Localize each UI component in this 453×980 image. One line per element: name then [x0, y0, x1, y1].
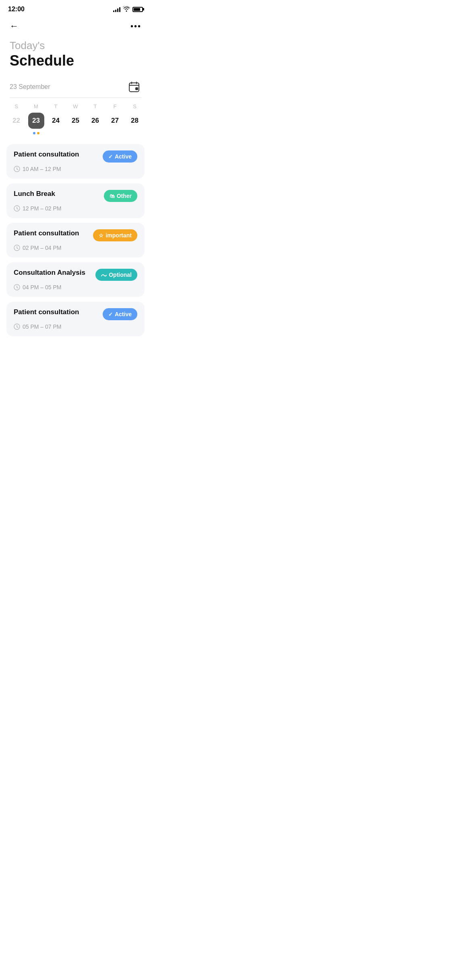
badge-label-1: Active [115, 153, 132, 160]
badge-active-5: ✓ Active [103, 308, 137, 320]
badge-optional-4: Optional [95, 269, 137, 281]
bag-icon: 🛍 [110, 193, 115, 199]
time-label-4: 04 PM – 05 PM [23, 284, 62, 290]
title-main: Schedule [10, 52, 141, 69]
day-letter-s2: S [127, 103, 143, 109]
time-label-5: 05 PM – 07 PM [23, 323, 62, 330]
clock-icon-2 [14, 205, 20, 212]
badge-label-2: Other [117, 193, 132, 199]
card-title-5: Patient consultation [14, 308, 79, 316]
calendar-icon[interactable] [127, 80, 141, 94]
checkmark-icon-1: ✓ [108, 154, 113, 160]
back-button[interactable]: ← [8, 19, 20, 33]
time-label-3: 02 PM – 04 PM [23, 245, 62, 251]
svg-rect-1 [135, 87, 138, 90]
week-dates: 22 23 24 25 26 27 28 [6, 113, 145, 129]
day-24[interactable]: 24 [48, 113, 64, 129]
week-calendar: S M T W T F S 22 23 24 25 26 27 28 [0, 98, 151, 139]
signal-icon [113, 6, 120, 12]
card-title-1: Patient consultation [14, 150, 79, 159]
schedule-card-2[interactable]: Lunch Break 🛍 Other 12 PM – 02 PM [6, 183, 145, 218]
day-22[interactable]: 22 [8, 113, 25, 129]
badge-other-2: 🛍 Other [104, 190, 137, 202]
svg-rect-0 [129, 83, 139, 92]
card-top-3: Patient consultation ☆ important [14, 229, 137, 241]
card-time-5: 05 PM – 07 PM [14, 323, 137, 330]
day-27[interactable]: 27 [107, 113, 123, 129]
badge-label-5: Active [115, 311, 132, 317]
schedule-card-5[interactable]: Patient consultation ✓ Active 05 PM – 07… [6, 302, 145, 336]
time-label-1: 10 AM – 12 PM [23, 166, 61, 172]
status-bar: 12:00 [0, 0, 151, 15]
page-title-section: Today's Schedule [0, 35, 151, 76]
status-icons [113, 6, 143, 13]
card-title-4: Consultation Analysis [14, 269, 85, 277]
header-nav: ← ••• [0, 15, 151, 35]
date-row: 23 September [0, 76, 151, 97]
schedule-card-4[interactable]: Consultation Analysis Optional 04 PM – 0… [6, 262, 145, 297]
day-letter-f: F [107, 103, 123, 109]
badge-label-3: important [105, 232, 132, 239]
card-time-2: 12 PM – 02 PM [14, 205, 137, 212]
schedule-card-3[interactable]: Patient consultation ☆ important 02 PM –… [6, 223, 145, 257]
more-button[interactable]: ••• [129, 20, 143, 33]
card-top-4: Consultation Analysis Optional [14, 269, 137, 281]
clock-icon-4 [14, 284, 20, 290]
wave-icon [101, 272, 107, 278]
time-label-2: 12 PM – 02 PM [23, 205, 62, 212]
status-time: 12:00 [8, 6, 25, 13]
dots-28 [127, 132, 143, 134]
week-dots [6, 132, 145, 136]
star-icon: ☆ [99, 233, 103, 239]
dots-23 [28, 132, 44, 134]
card-title-2: Lunch Break [14, 190, 55, 198]
date-label: 23 September [10, 83, 50, 91]
card-time-4: 04 PM – 05 PM [14, 284, 137, 290]
schedule-card-1[interactable]: Patient consultation ✓ Active 10 AM – 12… [6, 144, 145, 179]
badge-label-4: Optional [109, 272, 132, 278]
clock-icon-5 [14, 323, 20, 330]
card-title-3: Patient consultation [14, 229, 79, 237]
wifi-icon [123, 6, 130, 13]
clock-icon-1 [14, 166, 20, 172]
card-top-5: Patient consultation ✓ Active [14, 308, 137, 320]
card-time-1: 10 AM – 12 PM [14, 166, 137, 172]
dots-27 [107, 132, 123, 134]
dots-25 [68, 132, 84, 134]
dots-26 [87, 132, 103, 134]
day-letter-w: W [68, 103, 84, 109]
day-letter-s1: S [8, 103, 25, 109]
dots-22 [8, 132, 25, 134]
schedule-list: Patient consultation ✓ Active 10 AM – 12… [0, 139, 151, 341]
checkmark-icon-5: ✓ [108, 311, 113, 317]
day-25[interactable]: 25 [68, 113, 84, 129]
badge-important-3: ☆ important [93, 229, 137, 241]
card-time-3: 02 PM – 04 PM [14, 245, 137, 251]
card-top-2: Lunch Break 🛍 Other [14, 190, 137, 202]
dots-24 [48, 132, 64, 134]
dot-orange [37, 132, 39, 134]
clock-icon-3 [14, 245, 20, 251]
badge-active-1: ✓ Active [103, 150, 137, 163]
day-26[interactable]: 26 [87, 113, 103, 129]
week-days-header: S M T W T F S [6, 103, 145, 109]
battery-icon [132, 7, 143, 12]
day-letter-t1: T [48, 103, 64, 109]
dot-blue [33, 132, 35, 134]
title-sub: Today's [10, 39, 141, 52]
day-23-today[interactable]: 23 [28, 113, 44, 129]
day-letter-m: M [28, 103, 44, 109]
card-top-1: Patient consultation ✓ Active [14, 150, 137, 163]
day-28[interactable]: 28 [127, 113, 143, 129]
day-letter-t2: T [87, 103, 103, 109]
